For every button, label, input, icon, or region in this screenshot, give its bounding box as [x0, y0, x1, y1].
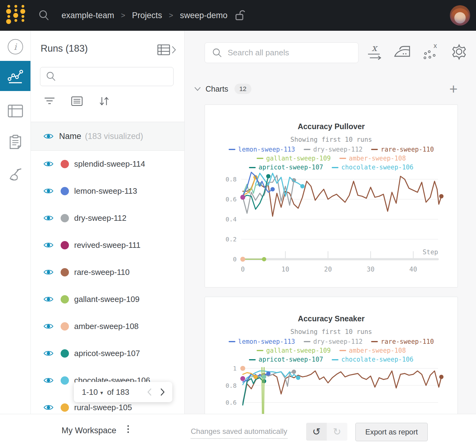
- run-row[interactable]: revived-sweep-111: [30, 232, 184, 259]
- previous-page-button[interactable]: [147, 387, 152, 397]
- panel-search-input[interactable]: Search all panels: [205, 42, 358, 63]
- run-name[interactable]: apricot-sweep-107: [74, 349, 140, 358]
- legend-entry[interactable]: chocolate-sweep-106: [332, 355, 414, 364]
- run-name[interactable]: gallant-sweep-109: [74, 295, 139, 304]
- run-row[interactable]: dry-sweep-112: [30, 204, 184, 232]
- run-visibility-eye-icon[interactable]: [43, 323, 54, 330]
- visibility-all-eye-icon[interactable]: [43, 133, 54, 140]
- workspace-menu-kebab-icon[interactable]: [127, 425, 129, 433]
- settings-gear-icon[interactable]: [450, 43, 468, 60]
- run-color-dot: [61, 268, 69, 276]
- eye-visible-icon: [43, 242, 54, 248]
- svg-text:1: 1: [233, 365, 237, 372]
- wandb-logo[interactable]: [6, 5, 25, 24]
- legend-entry[interactable]: amber-sweep-108: [339, 347, 406, 355]
- workspace-name-label[interactable]: My Workspace: [62, 426, 116, 435]
- legend-entry[interactable]: amber-sweep-108: [339, 154, 406, 163]
- nav-overview-icon[interactable]: i: [0, 32, 30, 62]
- chart-panel-accuracy-pullover[interactable]: Accuracy Pullover Showing first 10 runs …: [205, 105, 458, 287]
- nav-workspace-charts[interactable]: [0, 61, 30, 91]
- x-axis-settings-icon[interactable]: x: [366, 43, 382, 60]
- run-visibility-eye-icon[interactable]: [43, 242, 54, 248]
- top-bar: example-team > Projects > sweep-demo: [0, 0, 476, 31]
- run-name[interactable]: amber-sweep-108: [74, 322, 139, 331]
- run-row[interactable]: rare-sweep-110: [30, 259, 184, 286]
- export-report-button[interactable]: Export as report: [355, 423, 428, 441]
- nav-sweeps[interactable]: [0, 160, 30, 190]
- runs-pagination: 1-10 ▼ of 183: [74, 382, 172, 402]
- sort-icon[interactable]: [99, 96, 109, 106]
- redo-button[interactable]: ↻: [327, 423, 347, 441]
- svg-text:0.6: 0.6: [226, 196, 237, 203]
- legend-entry[interactable]: rare-sweep-110: [371, 145, 434, 154]
- legend-entry[interactable]: chocolate-sweep-106: [332, 163, 414, 172]
- global-search-icon[interactable]: [38, 10, 50, 22]
- chart-plot-area[interactable]: 10.80.6: [205, 363, 458, 414]
- undo-button[interactable]: ↺: [306, 423, 327, 441]
- run-visibility-eye-icon[interactable]: [43, 188, 54, 194]
- add-panel-button[interactable]: +: [449, 84, 458, 93]
- workspace-controls: x x: [366, 43, 468, 60]
- run-name[interactable]: rural-sweep-105: [74, 403, 132, 412]
- legend-entry[interactable]: lemon-sweep-113: [229, 145, 295, 154]
- legend-entry[interactable]: apricot-sweep-107: [249, 355, 323, 364]
- legend-entry[interactable]: gallant-sweep-109: [257, 347, 331, 355]
- run-visibility-eye-icon[interactable]: [43, 377, 54, 384]
- smoothing-iron-icon[interactable]: [394, 44, 411, 59]
- pagination-range-selector[interactable]: 1-10: [82, 387, 98, 397]
- legend-entry[interactable]: apricot-sweep-107: [249, 163, 323, 172]
- run-list: splendid-sweep-114lemon-sweep-113dry-swe…: [30, 150, 184, 448]
- nav-reports[interactable]: [0, 127, 30, 157]
- run-row[interactable]: splendid-sweep-114: [30, 150, 184, 177]
- user-avatar[interactable]: [450, 5, 470, 26]
- legend-entry[interactable]: dry-sweep-112: [304, 338, 362, 346]
- legend-entry[interactable]: lemon-sweep-113: [229, 338, 295, 346]
- filter-icon[interactable]: [44, 97, 55, 106]
- run-visibility-eye-icon[interactable]: [43, 404, 54, 411]
- svg-text:30: 30: [367, 266, 374, 273]
- legend-entry[interactable]: rare-sweep-110: [371, 338, 434, 346]
- run-visibility-eye-icon[interactable]: [43, 350, 54, 357]
- run-name[interactable]: rare-sweep-110: [74, 268, 130, 277]
- run-color-dot: [61, 241, 69, 249]
- legend-entry[interactable]: gallant-sweep-109: [257, 154, 331, 163]
- run-name[interactable]: splendid-sweep-114: [74, 159, 145, 169]
- run-visibility-eye-icon[interactable]: [43, 296, 54, 303]
- panel-search-placeholder: Search all panels: [228, 48, 289, 57]
- run-name[interactable]: revived-sweep-111: [74, 240, 141, 250]
- eye-visible-icon: [43, 404, 54, 411]
- run-row[interactable]: apricot-sweep-107: [30, 340, 184, 367]
- legend-entry[interactable]: dry-sweep-112: [304, 145, 362, 154]
- charts-section-label[interactable]: Charts: [206, 85, 228, 93]
- breadcrumb-project-name[interactable]: sweep-demo: [180, 11, 228, 20]
- run-row[interactable]: gallant-sweep-109: [30, 286, 184, 313]
- run-row[interactable]: lemon-sweep-113: [30, 177, 184, 204]
- breadcrumb-team[interactable]: example-team: [62, 11, 114, 20]
- group-icon[interactable]: [71, 96, 83, 106]
- legend-color-dash: [339, 158, 346, 159]
- legend-run-name: lemon-sweep-113: [238, 338, 295, 346]
- autosave-status[interactable]: Changes saved automatically: [191, 427, 287, 439]
- runs-sidebar: Runs (183) Name (183 visualized) splendi…: [30, 31, 185, 448]
- nav-runs-table[interactable]: [0, 96, 30, 126]
- run-name[interactable]: dry-sweep-112: [74, 213, 126, 223]
- run-visibility-eye-icon[interactable]: [43, 269, 54, 276]
- run-visibility-eye-icon[interactable]: [43, 215, 54, 221]
- svg-text:0.2: 0.2: [226, 236, 237, 243]
- legend-color-dash: [304, 149, 310, 150]
- outlier-removal-icon[interactable]: x: [422, 43, 439, 60]
- expand-runs-table-button[interactable]: [157, 44, 176, 55]
- breadcrumb-projects[interactable]: Projects: [132, 11, 162, 20]
- svg-text:0.4: 0.4: [226, 216, 237, 223]
- next-page-button[interactable]: [160, 387, 165, 397]
- table-icon: [157, 44, 170, 55]
- run-name[interactable]: lemon-sweep-113: [74, 186, 137, 196]
- eye-visible-icon: [43, 377, 54, 384]
- chart-panel-accuracy-sneaker[interactable]: Accuracy Sneaker Showing first 10 runs l…: [205, 297, 458, 414]
- run-visibility-eye-icon[interactable]: [43, 161, 54, 167]
- svg-text:20: 20: [324, 266, 332, 273]
- run-row[interactable]: amber-sweep-108: [30, 313, 184, 340]
- chart-plot-area[interactable]: 0.80.60.40.20010203040Step: [205, 171, 458, 279]
- chevron-down-icon[interactable]: [194, 86, 201, 91]
- runs-search-input[interactable]: [40, 67, 174, 86]
